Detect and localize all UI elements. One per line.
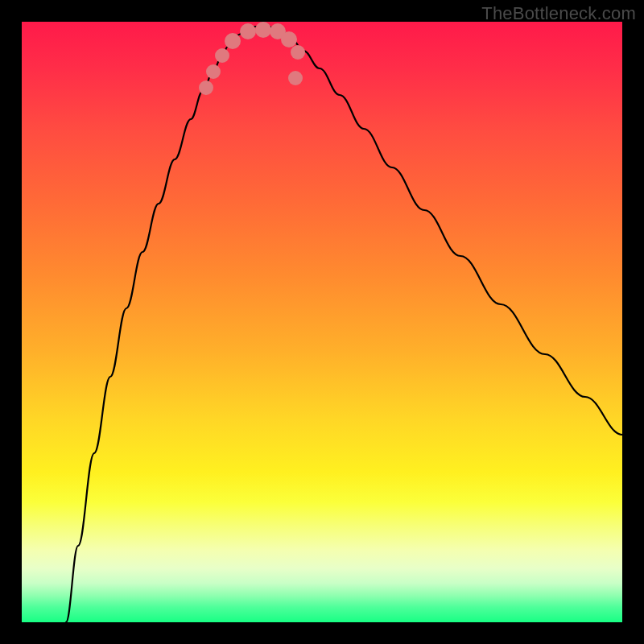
watermark-text: TheBottleneck.com bbox=[481, 3, 636, 24]
markers-svg bbox=[22, 22, 622, 622]
marker-group bbox=[206, 30, 298, 88]
chart-container: TheBottleneck.com bbox=[0, 0, 644, 644]
plot-area bbox=[22, 22, 622, 622]
